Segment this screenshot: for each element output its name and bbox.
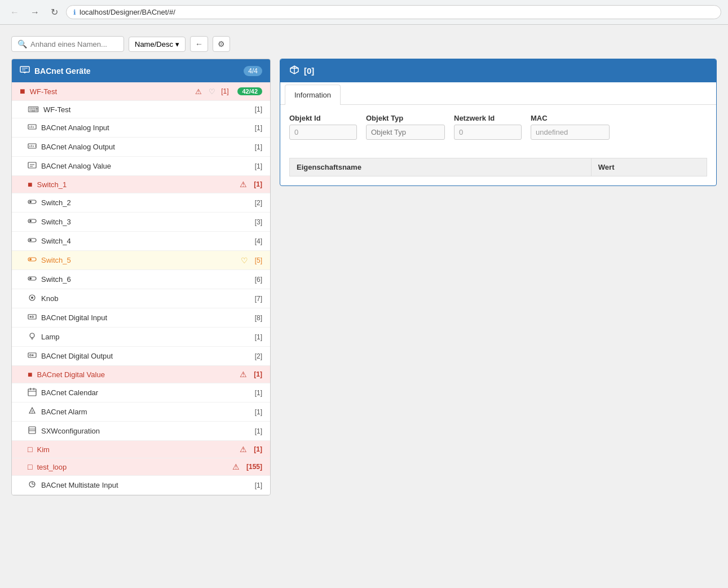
list-item[interactable]: Switch_2 [2] [12, 193, 270, 213]
panel-title-text: BACnet Geräte [34, 67, 91, 76]
list-item[interactable]: BACnet Digital Input [8] [12, 308, 270, 328]
form-section: Objekt Id Objekt Typ Netzwerk Id MA [280, 105, 716, 158]
digital-output-icon [28, 351, 37, 361]
item-name: Switch_5 [41, 256, 236, 264]
item-name: Kim [37, 445, 235, 454]
search-box[interactable]: 🔍 [11, 36, 124, 52]
item-badge: [1] [255, 105, 262, 113]
config-icon [28, 426, 37, 436]
item-name: BACnet Calendar [41, 388, 250, 397]
switch-icon [28, 197, 37, 208]
item-badge: [1] [255, 481, 262, 489]
list-item[interactable]: □ Kim ⚠ [1] [12, 441, 270, 458]
list-item[interactable]: BACnet Multistate Input [1] [12, 476, 270, 495]
netzwerk-id-label: Netzwerk Id [454, 114, 522, 122]
tabs-bar: Information [280, 82, 716, 105]
search-input[interactable] [30, 40, 118, 48]
properties-table: Eigenschaftsname Wert [289, 158, 707, 176]
item-badge: [1] [255, 143, 262, 151]
objekt-id-field: Objekt Id [289, 114, 357, 140]
svg-point-32 [30, 333, 34, 338]
switch-icon [28, 274, 37, 285]
list-item[interactable]: BACnet Alarm [1] [12, 403, 270, 422]
name-desc-dropdown[interactable]: Name/Desc ▾ [129, 37, 186, 52]
analog-output-icon [28, 142, 37, 152]
item-name: Switch_4 [41, 237, 250, 245]
item-name: Switch_3 [41, 218, 250, 226]
right-panel-body: Information Objekt Id Objekt Typ [280, 82, 716, 185]
item-badge: [5] [255, 257, 262, 264]
list-item[interactable]: ■ Switch_1 ⚠ [1] [12, 176, 270, 193]
objekt-id-input[interactable] [289, 125, 357, 140]
panel-badge: 4/4 [244, 66, 262, 76]
warning-heart-icon: ♡ [241, 256, 248, 265]
list-item[interactable]: ■ WF-Test ⚠ ♡ [1] 42/42 [12, 82, 270, 101]
list-item[interactable]: ⌨ WF-Test [1] [12, 101, 270, 118]
list-item[interactable]: BACnet Calendar [1] [12, 383, 270, 403]
svg-point-31 [32, 316, 34, 318]
mac-input[interactable] [531, 125, 610, 140]
item-name: BACnet Alarm [41, 408, 250, 416]
item-name: WF-Test [43, 105, 250, 114]
svg-point-18 [29, 201, 32, 203]
switch-icon [28, 216, 37, 227]
list-item[interactable]: BACnet Analog Input [1] [12, 118, 270, 138]
back-button[interactable]: ← [7, 5, 23, 20]
app-container: 🔍 Name/Desc ▾ ← ⚙ [0, 25, 728, 588]
item-badge: [4] [255, 237, 262, 245]
panel-title: BACnet Geräte [20, 65, 91, 77]
mac-label: MAC [531, 114, 610, 122]
list-item[interactable]: SXWconfiguration [1] [12, 422, 270, 441]
item-badge: [1] [255, 124, 262, 132]
list-item[interactable]: Switch_3 [3] [12, 213, 270, 232]
list-item[interactable]: BACnet Analog Value [1] [12, 157, 270, 176]
list-item[interactable]: Knob [7] [12, 289, 270, 308]
netzwerk-id-input[interactable] [454, 125, 522, 140]
reload-button[interactable]: ↻ [47, 5, 61, 20]
svg-point-22 [29, 239, 32, 241]
item-name: BACnet Analog Value [41, 162, 250, 170]
settings-button[interactable]: ⚙ [213, 36, 230, 52]
item-badge: [155] [246, 463, 262, 471]
svg-point-20 [29, 220, 32, 222]
list-item[interactable]: Lamp [1] [12, 328, 270, 347]
cube-icon [289, 65, 299, 77]
item-name: BACnet Analog Input [41, 123, 250, 132]
objekt-typ-label: Objekt Typ [366, 114, 445, 122]
multistate-icon [28, 480, 37, 490]
svg-rect-0 [20, 67, 29, 72]
svg-rect-38 [28, 389, 36, 396]
alarm-icon [28, 406, 37, 417]
right-panel-title: [0] [304, 66, 314, 76]
list-item[interactable]: Switch_5 ♡ [5] [12, 251, 270, 270]
list-item[interactable]: ■ BACnet Digital Value ⚠ [1] [12, 366, 270, 383]
item-name: Switch_1 [37, 180, 235, 189]
tab-information[interactable]: Information [285, 85, 341, 105]
lamp-icon [28, 331, 37, 342]
back-arrow-button[interactable]: ← [190, 36, 208, 52]
address-bar[interactable]: ℹ localhost/Designer/BACnet/#/ [66, 5, 721, 19]
forward-button[interactable]: → [27, 5, 43, 20]
lock-icon: ℹ [73, 8, 76, 16]
item-badge: [6] [255, 276, 262, 284]
switch-icon [28, 255, 37, 266]
digital-input-icon [28, 312, 37, 323]
list-item[interactable]: Switch_6 [6] [12, 270, 270, 289]
objekt-typ-input[interactable] [366, 125, 445, 140]
item-badge: [8] [255, 314, 262, 322]
item-name: BACnet Analog Output [41, 143, 250, 151]
objekt-id-label: Objekt Id [289, 114, 357, 122]
svg-rect-14 [28, 162, 36, 168]
svg-point-26 [29, 277, 32, 280]
list-item[interactable]: Switch_4 [4] [12, 232, 270, 251]
svg-rect-4 [24, 72, 25, 73]
list-item[interactable]: BACnet Digital Output [2] [12, 347, 270, 366]
error-indicator: ⚠ [240, 180, 247, 189]
properties-section: Eigenschaftsname Wert [280, 158, 716, 185]
list-item[interactable]: BACnet Analog Output [1] [12, 138, 270, 157]
item-badge: [1] [254, 445, 262, 453]
list-item[interactable]: □ test_loop ⚠ [155] [12, 458, 270, 476]
error-icon: ⚠ [195, 87, 202, 96]
item-name: Knob [41, 294, 250, 303]
error-device-icon: ■ [20, 86, 25, 96]
